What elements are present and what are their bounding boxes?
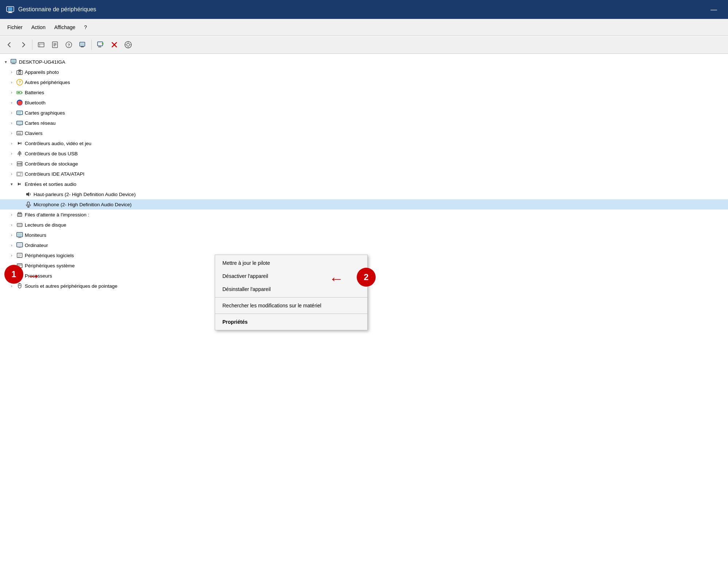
tree-item-controleurs-audio[interactable]: › Contrôleurs audio, vidéo et jeu <box>0 138 728 148</box>
ctx-update-driver[interactable]: Mettre à jour le pilote <box>215 256 367 270</box>
expand-controleurs-audio[interactable]: › <box>9 140 15 146</box>
ctx-sep-2 <box>215 314 367 314</box>
expand-autres[interactable]: › <box>9 79 15 85</box>
expand-claviers[interactable]: › <box>9 130 15 136</box>
menu-aide[interactable]: ? <box>80 22 91 32</box>
svg-rect-39 <box>17 92 20 93</box>
arrow-2: ← <box>329 271 344 286</box>
svg-rect-48 <box>19 125 21 125</box>
minimize-button[interactable]: — <box>705 4 722 15</box>
svg-rect-78 <box>18 215 21 216</box>
expand-bluetooth[interactable]: › <box>9 100 15 105</box>
help-button[interactable]: ? <box>62 38 75 51</box>
uninstall-button[interactable] <box>108 38 121 51</box>
svg-rect-85 <box>18 238 21 238</box>
tree-item-autres[interactable]: › ? Autres périphériques <box>0 77 728 87</box>
svg-rect-14 <box>80 43 84 45</box>
expand-cartes-graphiques[interactable]: › <box>9 110 15 116</box>
expand-batteries[interactable]: › <box>9 89 15 95</box>
menu-fichier[interactable]: Fichier <box>3 22 27 32</box>
svg-rect-43 <box>17 112 21 114</box>
tree-item-controleurs-usb[interactable]: › Contrôleurs de bus USB <box>0 148 728 159</box>
computer-icon <box>10 58 17 65</box>
expand-controleurs-ide[interactable]: › <box>9 171 15 177</box>
svg-point-61 <box>20 154 21 155</box>
battery-icon <box>16 89 23 96</box>
souris-label: Souris et autres périphériques de pointa… <box>25 283 117 289</box>
expand-root[interactable]: ▼ <box>3 59 9 65</box>
tree-item-haut-parleurs[interactable]: › Haut-parleurs (2- High Definition Audi… <box>0 189 728 199</box>
scan-button[interactable] <box>76 38 89 51</box>
expand-appareils-photo[interactable]: › <box>9 69 15 75</box>
tree-item-controleurs-stockage[interactable]: › Contrôleurs de stockage <box>0 159 728 169</box>
svg-rect-30 <box>11 64 16 64</box>
tree-item-batteries[interactable]: › Batteries <box>0 87 728 97</box>
tree-item-lecteurs-disque[interactable]: › Lecteurs de disque <box>0 220 728 230</box>
expand-moniteurs[interactable]: › <box>9 232 15 238</box>
tree-item-cartes-graphiques[interactable]: › Cartes graphiques <box>0 108 728 118</box>
tree-item-files-attente[interactable]: › Files d'attente à l'impression : <box>0 210 728 220</box>
expand-cartes-reseau[interactable]: › <box>9 120 15 126</box>
expand-peripheriques-logiciels[interactable]: › <box>9 252 15 258</box>
svg-rect-18 <box>98 47 101 47</box>
toolbar-sep-1 <box>32 40 32 50</box>
svg-rect-51 <box>19 132 20 133</box>
properties-button[interactable] <box>48 38 62 51</box>
tree-item-appareils-photo[interactable]: › Appareils photo <box>0 67 728 77</box>
ctx-disable-device[interactable]: Désactiver l'appareil <box>215 270 367 283</box>
show-hidden-button[interactable] <box>35 38 48 51</box>
keyboard-icon <box>16 129 23 137</box>
tree-item-controleurs-ide[interactable]: › Contrôleurs IDE ATA/ATAPI <box>0 169 728 179</box>
svg-rect-28 <box>12 60 15 62</box>
expand-lecteurs-disque[interactable]: › <box>9 222 15 228</box>
tree-item-entrees-sorties[interactable]: ▼ Entrées et sorties audio <box>0 179 728 189</box>
expand-souris[interactable]: › <box>9 283 15 289</box>
expand-files-attente[interactable]: › <box>9 212 15 218</box>
menu-action[interactable]: Action <box>27 22 50 32</box>
expand-ordinateur[interactable]: › <box>9 242 15 248</box>
ctx-scan-changes[interactable]: Rechercher les modifications sur le maté… <box>215 299 367 312</box>
tree-item-cartes-reseau[interactable]: › Cartes réseau <box>0 118 728 128</box>
tree-item-root[interactable]: ▼ DESKTOP-UG41IGA <box>0 57 728 67</box>
mouse-icon <box>16 282 23 290</box>
svg-rect-49 <box>17 131 23 135</box>
scan-changes-button[interactable] <box>122 38 135 51</box>
menu-bar: Fichier Action Affichage ? <box>0 19 728 36</box>
svg-point-22 <box>127 43 130 46</box>
svg-point-65 <box>21 165 21 166</box>
forward-button[interactable] <box>17 38 30 51</box>
svg-marker-70 <box>18 183 20 186</box>
tree-item-bluetooth[interactable]: › 🔴 Bluetooth <box>0 97 728 108</box>
camera-icon <box>16 68 23 76</box>
svg-rect-88 <box>19 247 21 248</box>
svg-marker-54 <box>18 142 20 145</box>
toolbar-sep-2 <box>91 40 92 50</box>
title-bar-left: Gestionnaire de périphériques <box>6 5 96 14</box>
appareils-photo-label: Appareils photo <box>25 69 59 75</box>
expand-entrees-sorties[interactable]: ▼ <box>9 181 15 187</box>
update-driver-button[interactable] <box>94 38 107 51</box>
expand-controleurs-usb[interactable]: › <box>9 151 15 156</box>
unknown-device-icon: ? <box>16 79 23 86</box>
ctx-properties[interactable]: Propriétés <box>215 315 367 328</box>
arrow-1: → <box>26 268 41 283</box>
annotation-2: 2 <box>357 268 376 287</box>
svg-rect-87 <box>17 243 22 246</box>
svg-marker-55 <box>20 142 21 144</box>
monitor-icon <box>16 231 23 239</box>
tree-item-moniteurs[interactable]: › Moniteurs <box>0 230 728 240</box>
app-icon <box>6 5 15 14</box>
menu-affichage[interactable]: Affichage <box>50 22 80 32</box>
ctx-uninstall-device[interactable]: Désinstaller l'appareil <box>215 283 367 296</box>
expand-controleurs-stockage[interactable]: › <box>9 161 15 167</box>
svg-rect-53 <box>17 133 21 134</box>
tree-item-microphone[interactable]: › Microphone (2- High Definition Audio D… <box>0 199 728 210</box>
audio-io-icon <box>16 180 23 188</box>
svg-rect-94 <box>18 264 21 266</box>
svg-rect-29 <box>12 63 15 64</box>
tree-item-ordinateur[interactable]: › Ordinateur <box>0 240 728 250</box>
svg-point-33 <box>19 72 20 73</box>
tree-item-claviers[interactable]: › Claviers <box>0 128 728 138</box>
printer-queue-icon <box>16 211 23 218</box>
back-button[interactable] <box>3 38 16 51</box>
